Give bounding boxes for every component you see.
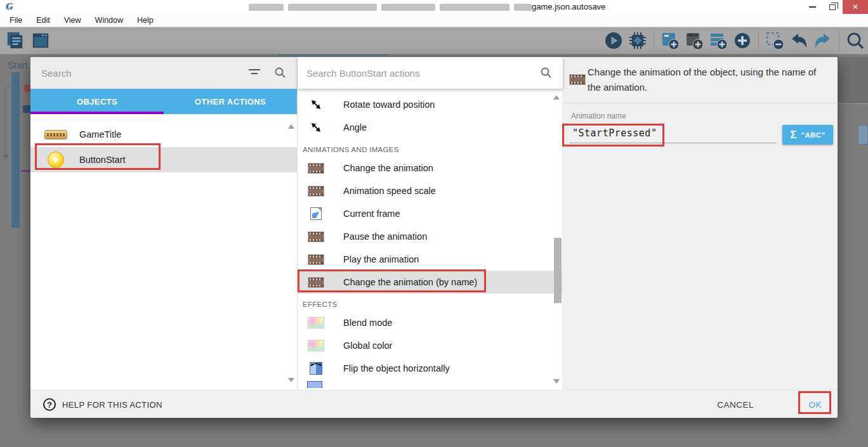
events-icon-fragment	[23, 105, 30, 113]
scrollbar-thumb[interactable]	[554, 238, 562, 303]
action-item[interactable]: Change the animation	[298, 157, 563, 179]
events-field-fragment	[858, 125, 868, 145]
events-tree-arrow	[3, 155, 9, 159]
add-comment-icon[interactable]	[708, 30, 728, 51]
gametitle-thumbnail	[43, 131, 69, 139]
rotate-icon	[307, 121, 325, 134]
redo-icon[interactable]	[813, 30, 833, 51]
add-subevent-icon[interactable]	[684, 30, 704, 51]
action-item[interactable]: Angle	[298, 116, 563, 139]
title-redacted-path	[249, 4, 532, 11]
action-item[interactable]: Change the animation (by name)	[298, 271, 563, 294]
toolbar-divider	[758, 31, 759, 50]
action-item[interactable]: Blend mode	[298, 311, 563, 334]
debug-icon[interactable]	[628, 30, 648, 51]
rainbow-icon	[307, 340, 325, 351]
tab-objects[interactable]: OBJECTS	[30, 89, 164, 114]
search-icon[interactable]	[540, 67, 553, 79]
events-sheet-fragment	[11, 72, 20, 228]
object-search-input[interactable]	[41, 57, 251, 89]
flip-icon	[307, 362, 325, 375]
action-section-header: EFFECTS	[298, 294, 563, 311]
gdevelop-window: G game.json.autosave ✕ FileEditViewWindo…	[0, 0, 868, 447]
object-item-gametitle[interactable]: GameTitle	[30, 122, 297, 147]
events-sheet-fragment	[838, 57, 868, 103]
menu-bar: FileEditViewWindowHelp	[0, 14, 868, 27]
divider	[562, 103, 838, 103]
title-bar: G game.json.autosave ✕	[0, 0, 868, 14]
action-panel: Rotate toward positionAngleANIMATIONS AN…	[297, 57, 562, 390]
action-item-label: Play the animation	[343, 254, 419, 264]
rainbow-icon	[307, 317, 325, 328]
scroll-down-arrow[interactable]	[288, 378, 294, 382]
dialog-footer: ? HELP FOR THIS ACTION CANCEL OK	[30, 390, 838, 418]
film-icon	[307, 186, 325, 197]
expression-editor-button[interactable]: Σ "ABC"	[782, 125, 833, 145]
buttonstart-thumbnail	[43, 152, 69, 168]
object-panel: OBJECTS OTHER ACTIONS GameTitleButtonSta…	[30, 57, 297, 390]
help-link[interactable]: ? HELP FOR THIS ACTION	[43, 391, 162, 418]
project-manager-icon[interactable]	[5, 30, 25, 51]
clipped-action-item	[307, 381, 322, 388]
add-object-icon[interactable]	[660, 30, 680, 51]
action-search-input[interactable]	[306, 57, 522, 89]
window-title: game.json.autosave	[532, 2, 605, 11]
action-item-label: Current frame	[343, 209, 400, 219]
film-icon	[307, 277, 325, 288]
action-description: Change the animation of the object, usin…	[588, 65, 824, 95]
scene-editor-icon[interactable]	[30, 30, 51, 51]
search-icon[interactable]	[845, 30, 865, 51]
object-panel-tabs: OBJECTS OTHER ACTIONS	[30, 89, 297, 114]
animation-name-input[interactable]	[570, 123, 777, 143]
scroll-down-arrow[interactable]	[553, 379, 560, 384]
toolbar-divider	[654, 31, 654, 50]
cancel-button[interactable]: CANCEL	[717, 391, 754, 418]
action-item-label: Pause the animation	[343, 231, 427, 242]
scroll-up-arrow[interactable]	[553, 95, 560, 100]
events-tree-line	[5, 87, 6, 156]
close-button[interactable]: ✕	[843, 0, 868, 14]
scroll-up-arrow[interactable]	[288, 124, 294, 129]
action-item[interactable]: Current frame	[298, 202, 563, 225]
action-item[interactable]: Animation speed scale	[298, 179, 563, 202]
rotate-icon	[307, 98, 325, 111]
action-item-label: Change the animation	[343, 163, 433, 173]
action-item[interactable]: Flip the object horizontally	[298, 357, 563, 380]
tab-other-actions[interactable]: OTHER ACTIONS	[164, 89, 297, 114]
events-sheet-fragment	[838, 103, 868, 104]
animation-name-label: Animation name	[571, 112, 626, 120]
workspace-background: Start OBJECTS OTHER ACTIONS	[0, 55, 868, 447]
action-item[interactable]: Rotate toward position	[298, 93, 563, 116]
action-item[interactable]: Global color	[298, 334, 563, 357]
minimize-button[interactable]	[802, 0, 822, 14]
menu-item-help[interactable]: Help	[130, 16, 161, 25]
toolbar	[0, 27, 868, 55]
delete-event-icon[interactable]	[765, 30, 785, 51]
action-item[interactable]: Pause the animation	[298, 225, 563, 248]
filter-icon[interactable]	[249, 69, 260, 77]
menu-item-file[interactable]: File	[3, 16, 29, 25]
search-icon[interactable]	[274, 67, 287, 79]
film-icon	[569, 74, 586, 85]
action-section-header: ANIMATIONS AND IMAGES	[298, 139, 563, 157]
menu-item-window[interactable]: Window	[88, 16, 130, 25]
menu-item-edit[interactable]: Edit	[29, 16, 57, 25]
preview-play-icon[interactable]	[603, 30, 624, 51]
toolbar-left	[5, 30, 51, 51]
ok-button[interactable]: OK	[808, 391, 822, 418]
action-item-label: Global color	[343, 340, 392, 351]
events-fragment	[21, 170, 30, 172]
add-event-icon[interactable]	[732, 30, 753, 51]
action-item-label: Rotate toward position	[343, 100, 435, 110]
undo-icon[interactable]	[789, 30, 809, 51]
menu-item-view[interactable]: View	[57, 16, 88, 25]
object-item-buttonstart[interactable]: ButtonStart	[30, 147, 297, 172]
action-item[interactable]: Play the animation	[298, 248, 563, 271]
object-item-label: GameTitle	[79, 129, 121, 139]
toolbar-right	[603, 30, 865, 51]
toolbar-divider	[839, 31, 839, 50]
object-list: GameTitleButtonStart	[30, 114, 297, 390]
action-item-label: Blend mode	[343, 318, 392, 328]
events-icon-fragment	[24, 85, 30, 92]
restore-button[interactable]	[822, 0, 843, 14]
